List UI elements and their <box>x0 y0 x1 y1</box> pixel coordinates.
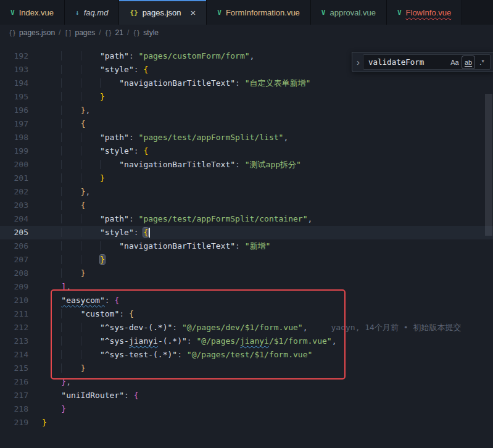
close-icon[interactable]: × <box>191 8 196 17</box>
code-line[interactable]: 214 "^sys-test-(.*)": "@/pages/test/$1/f… <box>0 348 493 362</box>
code-line[interactable]: 201 } <box>0 172 493 185</box>
line-number: 218 <box>0 402 28 416</box>
line-content: } <box>42 267 493 280</box>
indent-guide <box>81 350 100 359</box>
line-number: 196 <box>0 104 28 117</box>
token: "自定义表单新增" <box>245 78 311 88</box>
indent-guide <box>61 160 80 169</box>
code-line[interactable]: 206 "navigationBarTitleText": "新增" <box>0 239 493 253</box>
tab-label: Index.vue <box>19 8 54 17</box>
symbol-icon: {} <box>105 30 112 36</box>
code-line[interactable]: 213 "^sys-jianyi-(.*)": "@/pages/jianyi/… <box>0 334 493 348</box>
token: ] <box>61 282 66 291</box>
token: : <box>129 51 139 60</box>
line-content: } <box>42 172 493 185</box>
indent-guide <box>42 350 61 359</box>
line-content: } <box>42 253 493 267</box>
find-query: validateForm <box>368 57 447 67</box>
chevron-right-icon[interactable]: › <box>354 57 363 67</box>
match-case-icon[interactable]: Aa <box>449 56 461 68</box>
token: , <box>308 214 313 223</box>
code-line[interactable]: 194 "navigationBarTitleText": "自定义表单新增" <box>0 77 493 90</box>
token: jianyi <box>240 336 269 346</box>
breadcrumb-item-pages[interactable]: []pages <box>64 28 95 37</box>
breadcrumb-item-21[interactable]: {}21 <box>105 28 123 37</box>
code-line[interactable]: 198 "path": "pages/test/appFormSplit/lis… <box>0 131 493 144</box>
tab-faq.md[interactable]: ↓faq.md <box>65 0 119 25</box>
token: , <box>303 323 308 332</box>
code-line[interactable]: 203 { <box>0 199 493 212</box>
find-toggles: Aa ab .* <box>447 56 488 68</box>
editor-pane[interactable]: 192 "path": "pages/customForm/form",193 … <box>0 41 493 448</box>
token: { <box>143 146 148 156</box>
line-content: "^sys-dev-(.*)": "@/pages/dev/$1/form.vu… <box>42 321 493 334</box>
indent-guide <box>61 336 80 346</box>
code-line[interactable]: 208 } <box>0 267 493 280</box>
tab-FormInformation.vue[interactable]: VFormInformation.vue <box>207 0 311 25</box>
code-line[interactable]: 218 } <box>0 402 493 416</box>
line-number: 203 <box>0 199 28 212</box>
token: "style" <box>100 146 134 156</box>
whole-word-icon[interactable]: ab <box>462 56 474 68</box>
indent-guide <box>42 377 61 386</box>
indent-guide <box>61 228 80 237</box>
code-line[interactable]: 195 } <box>0 90 493 104</box>
tab-FlowInfo.vue[interactable]: VFlowInfo.vue <box>387 0 462 25</box>
token: { <box>143 228 148 237</box>
indent-guide <box>61 363 80 373</box>
code-line[interactable]: 204 "path": "pages/test/appFormSplit/con… <box>0 212 493 226</box>
token: } <box>100 92 105 101</box>
indent-guide <box>61 106 80 115</box>
indent-guide <box>61 119 80 128</box>
code-line[interactable]: 216 }, <box>0 375 493 389</box>
indent-guide <box>42 241 61 251</box>
code-line[interactable]: 217 "uniIdRouter": { <box>0 389 493 402</box>
indent-guide <box>42 391 61 400</box>
code-line[interactable]: 207 } <box>0 253 493 267</box>
line-content: "^sys-test-(.*)": "@/pages/test/$1/form.… <box>42 348 493 362</box>
scrollbar-thumb[interactable] <box>485 94 492 236</box>
token: : <box>134 146 144 156</box>
code-line[interactable]: 219} <box>0 416 493 429</box>
code-line[interactable]: 202 }, <box>0 185 493 199</box>
indent-guide <box>81 65 100 74</box>
tab-pages.json[interactable]: {}pages.json× <box>119 0 207 25</box>
token: : <box>134 65 144 74</box>
breadcrumb-item-style[interactable]: {}style <box>133 28 159 37</box>
breadcrumb-item-pages.json[interactable]: {}pages.json <box>9 28 55 37</box>
line-number: 214 <box>0 348 28 362</box>
vue-icon: V <box>217 9 222 17</box>
tab-Index.vue[interactable]: VIndex.vue <box>0 0 65 25</box>
token: { <box>81 201 86 210</box>
code-line[interactable]: 209 ], <box>0 280 493 294</box>
code-line[interactable]: 205 "style": { <box>0 226 493 239</box>
vue-icon: V <box>397 9 402 17</box>
indent-guide <box>81 146 100 156</box>
token: "pages/test/appFormSplit/container" <box>139 214 308 223</box>
code-line[interactable]: 197 { <box>0 117 493 131</box>
code-line[interactable]: 211 "custom": { <box>0 307 493 321</box>
indent-guide <box>42 296 61 305</box>
text-cursor <box>149 228 150 238</box>
code-line[interactable]: 210 "easycom": { <box>0 294 493 307</box>
indent-guide <box>42 133 61 142</box>
indent-guide <box>42 92 61 101</box>
regex-icon[interactable]: .* <box>476 56 488 68</box>
indent-guide <box>42 282 61 291</box>
markdown-icon: ↓ <box>75 9 80 17</box>
token: "uniIdRouter" <box>61 391 124 400</box>
line-number: 194 <box>0 77 28 90</box>
token: , <box>66 282 71 291</box>
find-input[interactable]: validateForm Aa ab .* <box>363 54 491 70</box>
tab-approval.vue[interactable]: Vapproval.vue <box>311 0 387 25</box>
line-number: 192 <box>0 49 28 63</box>
line-content: "style": { <box>42 226 493 239</box>
token: } <box>81 363 86 373</box>
code-line[interactable]: 200 "navigationBarTitleText": "测试app拆分" <box>0 158 493 172</box>
code-line[interactable]: 215 } <box>0 362 493 375</box>
vertical-scrollbar[interactable] <box>484 81 493 448</box>
code-line[interactable]: 199 "style": { <box>0 144 493 158</box>
indent-guide <box>81 92 100 101</box>
code-line[interactable]: 196 }, <box>0 104 493 117</box>
code-line[interactable]: 212 "^sys-dev-(.*)": "@/pages/dev/$1/for… <box>0 321 493 334</box>
